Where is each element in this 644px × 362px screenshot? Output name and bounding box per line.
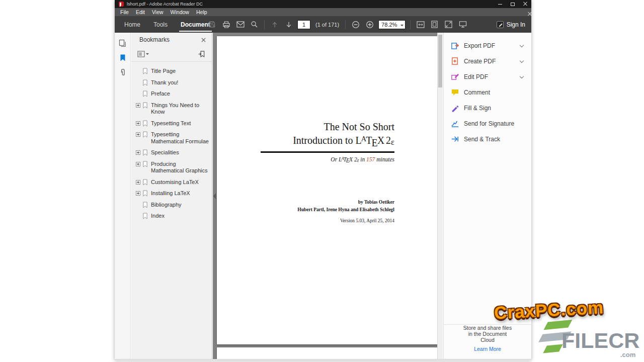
expand-icon[interactable] <box>136 132 140 137</box>
locate-current-bookmark-button[interactable] <box>198 50 206 58</box>
tool-send-for-signature[interactable]: Send for Signature <box>444 116 531 131</box>
fit-page-button[interactable] <box>429 19 440 30</box>
attachments-button[interactable] <box>118 68 127 77</box>
maximize-button[interactable] <box>506 0 519 8</box>
bookmarks-title: Bookmarks <box>139 36 170 43</box>
create-pdf-icon <box>451 57 459 65</box>
bookmark-label: Typesetting Text <box>151 120 191 127</box>
bookmark-item[interactable]: Specialities <box>131 147 212 159</box>
save-icon <box>208 21 216 28</box>
close-button[interactable] <box>519 0 531 8</box>
save-button[interactable] <box>207 19 217 30</box>
bookmarks-close-button[interactable] <box>200 36 207 43</box>
bookmark-icon <box>142 120 148 127</box>
expand-icon[interactable] <box>136 150 140 155</box>
tool-label: Send for Signature <box>464 120 514 127</box>
bookmarks-toolbar <box>131 47 212 62</box>
print-button[interactable] <box>221 19 231 30</box>
zoom-in-button[interactable] <box>364 19 375 30</box>
tool-create-pdf[interactable]: Create PDF <box>444 53 531 69</box>
list-options-icon <box>137 51 145 57</box>
zoom-level-select[interactable]: 78.2% <box>378 20 406 29</box>
bookmark-icon <box>142 149 148 156</box>
bookmarks-options-button[interactable] <box>137 51 149 57</box>
arrow-up-icon <box>271 21 278 28</box>
bookmarks-panel-button[interactable] <box>118 53 127 62</box>
expand-icon[interactable] <box>136 121 140 126</box>
page-thumbnails-button[interactable] <box>118 39 127 48</box>
presentation-button[interactable] <box>457 19 468 30</box>
tool-export-pdf[interactable]: Export PDF <box>444 38 531 53</box>
bookmark-label: Bibliography <box>151 202 182 209</box>
bookmark-label: Thank you! <box>151 79 178 86</box>
menu-help[interactable]: Help <box>193 8 211 16</box>
bookmark-label: Installing LaTeX <box>151 190 190 197</box>
bookmark-item[interactable]: Customising LaTeX <box>131 177 212 189</box>
bookmark-item[interactable]: Things You Need to Know <box>131 100 212 118</box>
presentation-icon <box>459 21 467 28</box>
fill-sign-icon <box>451 104 459 112</box>
tool-fill-sign[interactable]: Fill & Sign <box>444 100 531 116</box>
menu-bar: File Edit View Window Help <box>115 8 531 16</box>
chevron-down-icon[interactable] <box>520 74 524 78</box>
document-view[interactable]: The Not So Short Introduction to LATEX2ε… <box>213 33 443 359</box>
tool-edit-pdf[interactable]: Edit PDF <box>444 69 531 84</box>
expand-icon[interactable] <box>136 191 140 196</box>
collapse-left-panel-handle[interactable] <box>213 193 216 199</box>
fullscreen-button[interactable] <box>443 19 454 30</box>
tab-tools[interactable]: Tools <box>147 16 174 33</box>
minimize-button[interactable] <box>494 0 506 8</box>
bookmark-item[interactable]: Bibliography <box>131 200 212 211</box>
bookmark-label: Specialities <box>151 149 179 156</box>
menu-file[interactable]: File <box>117 8 132 16</box>
minus-circle-icon <box>352 21 360 29</box>
menu-view[interactable]: View <box>148 8 167 16</box>
title-bar: lshort.pdf - Adobe Acrobat Reader DC <box>115 0 531 8</box>
search-button[interactable] <box>249 19 260 30</box>
navigation-pane-strip <box>115 33 131 359</box>
doc-authors: Hubert Partl, Irene Hyna and Elisabeth S… <box>261 207 394 212</box>
vertical-scrollbar[interactable] <box>437 33 443 359</box>
page-number-input[interactable]: 1 <box>297 20 310 29</box>
bookmarks-header: Bookmarks <box>131 33 212 47</box>
previous-page-button[interactable] <box>269 19 280 30</box>
tool-comment[interactable]: Comment <box>444 84 531 100</box>
scrollbar-thumb[interactable] <box>438 35 442 87</box>
toolbar-actions: 1 (1 of 171) 78.2% <box>207 16 468 33</box>
expand-icon[interactable] <box>136 103 140 108</box>
bookmark-item[interactable]: Thank you! <box>131 77 212 89</box>
app-pdf-icon <box>119 2 124 7</box>
fit-width-button[interactable] <box>415 19 426 30</box>
email-button[interactable] <box>235 19 246 30</box>
bookmark-item[interactable]: Title Page <box>131 66 212 77</box>
menu-window[interactable]: Window <box>167 8 193 16</box>
tool-label: Export PDF <box>464 42 495 49</box>
chevron-down-icon[interactable] <box>520 59 524 63</box>
bookmark-item[interactable]: Typesetting Text <box>131 118 212 130</box>
fullscreen-icon <box>445 21 452 28</box>
bookmark-item[interactable]: Typesetting Mathematical Formulae <box>131 129 212 147</box>
pdf-page-2-partial <box>217 347 438 359</box>
sign-in-label: Sign In <box>507 21 525 28</box>
bookmark-target-icon <box>198 50 206 58</box>
tab-home[interactable]: Home <box>118 16 147 33</box>
menu-edit[interactable]: Edit <box>132 8 148 16</box>
tool-label: Comment <box>464 89 490 96</box>
zoom-out-button[interactable] <box>350 19 361 30</box>
bookmark-item[interactable]: Producing Mathematical Graphics <box>131 159 212 177</box>
next-page-button[interactable] <box>283 19 294 30</box>
window-title: lshort.pdf - Adobe Acrobat Reader DC <box>127 2 203 7</box>
doc-title-line2: Introduction to LATEX2ε <box>261 133 394 149</box>
document-cloud-promo: Store and share files in the Document Cl… <box>444 325 531 343</box>
tool-send-track[interactable]: Send & Track <box>444 131 531 147</box>
bookmark-item[interactable]: Index <box>131 211 212 222</box>
sign-in-button[interactable]: Sign In <box>497 16 525 33</box>
bookmark-item[interactable]: Preface <box>131 88 212 100</box>
expand-icon[interactable] <box>136 180 140 185</box>
chevron-down-icon[interactable] <box>520 43 524 47</box>
bookmark-icon <box>142 179 148 186</box>
learn-more-link[interactable]: Learn More <box>444 346 531 352</box>
expand-icon[interactable] <box>136 162 140 166</box>
paperclip-icon <box>119 68 126 76</box>
bookmark-item[interactable]: Installing LaTeX <box>131 188 212 200</box>
